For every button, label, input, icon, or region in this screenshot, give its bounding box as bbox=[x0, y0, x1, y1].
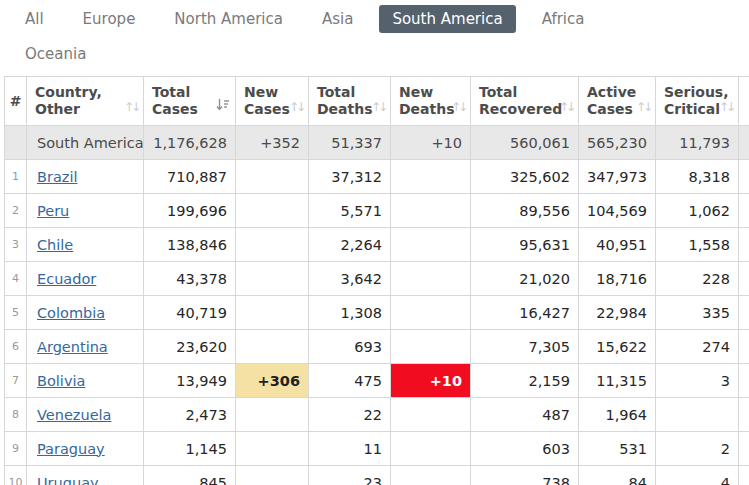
cell-country: Uruguay bbox=[27, 466, 144, 485]
cell-overflow-spacer bbox=[739, 364, 749, 398]
cell-total-recovered: 738 bbox=[471, 466, 579, 485]
cell-total-deaths: 37,312 bbox=[309, 160, 391, 194]
tab-asia[interactable]: Asia bbox=[309, 5, 366, 33]
cell-active-cases: 104,569 bbox=[579, 194, 656, 228]
country-link[interactable]: Uruguay bbox=[37, 475, 99, 485]
cell-new-deaths bbox=[391, 194, 471, 228]
cell-total-cases: 710,887 bbox=[144, 160, 236, 194]
country-link[interactable]: Chile bbox=[37, 237, 73, 253]
cell-new-cases bbox=[236, 262, 309, 296]
header-total-cases[interactable]: Total Cases bbox=[144, 77, 236, 126]
header-serious-critical[interactable]: Serious, Critical ↑↓ bbox=[656, 77, 739, 126]
sort-both-icon: ↑↓ bbox=[719, 99, 733, 116]
cell-serious-critical: 228 bbox=[656, 262, 739, 296]
cell-new-cases bbox=[236, 160, 309, 194]
tab-south-america[interactable]: South America bbox=[379, 5, 515, 33]
cell-new-cases bbox=[236, 296, 309, 330]
cell-country: South America bbox=[27, 126, 144, 160]
cell-active-cases: 11,315 bbox=[579, 364, 656, 398]
table-row: 4 Ecuador 43,378 3,642 21,020 18,716 228 bbox=[5, 262, 749, 296]
country-link[interactable]: Bolivia bbox=[37, 373, 85, 389]
cell-new-deaths bbox=[391, 262, 471, 296]
cell-overflow-spacer bbox=[739, 228, 749, 262]
table-row: 1 Brazil 710,887 37,312 325,602 347,973 … bbox=[5, 160, 749, 194]
country-link[interactable]: Ecuador bbox=[37, 271, 96, 287]
cell-serious-critical: 3 bbox=[656, 364, 739, 398]
cell-active-cases: 40,951 bbox=[579, 228, 656, 262]
cell-total-cases: 13,949 bbox=[144, 364, 236, 398]
cell-rank: 10 bbox=[5, 466, 27, 485]
cell-new-deaths bbox=[391, 466, 471, 485]
cell-new-deaths bbox=[391, 228, 471, 262]
cell-total-cases: 1,176,628 bbox=[144, 126, 236, 160]
cell-overflow-spacer bbox=[739, 160, 749, 194]
header-overflow-spacer bbox=[739, 77, 749, 126]
cell-rank bbox=[5, 126, 27, 160]
countries-table-wrapper: # Country, Other ↑↓ Total Cases bbox=[4, 76, 749, 485]
tab-europe[interactable]: Europe bbox=[70, 5, 149, 33]
cell-rank: 7 bbox=[5, 364, 27, 398]
country-link[interactable]: Colombia bbox=[37, 305, 105, 321]
cell-overflow-spacer bbox=[739, 126, 749, 160]
cell-total-deaths: 2,264 bbox=[309, 228, 391, 262]
cell-active-cases: 22,984 bbox=[579, 296, 656, 330]
tab-oceania[interactable]: Oceania bbox=[12, 40, 99, 68]
cell-total-deaths: 11 bbox=[309, 432, 391, 466]
cell-serious-critical bbox=[656, 398, 739, 432]
header-new-cases[interactable]: New Cases ↑↓ bbox=[236, 77, 309, 126]
sort-both-icon: ↑↓ bbox=[371, 99, 385, 116]
cell-total-deaths: 51,337 bbox=[309, 126, 391, 160]
cell-total-recovered: 2,159 bbox=[471, 364, 579, 398]
cell-total-deaths: 22 bbox=[309, 398, 391, 432]
cell-overflow-spacer bbox=[739, 398, 749, 432]
cell-active-cases: 15,622 bbox=[579, 330, 656, 364]
cell-serious-critical: 1,558 bbox=[656, 228, 739, 262]
tab-africa[interactable]: Africa bbox=[529, 5, 598, 33]
sort-both-icon: ↑↓ bbox=[289, 99, 303, 116]
country-link[interactable]: Argentina bbox=[37, 339, 108, 355]
cell-new-cases bbox=[236, 466, 309, 485]
header-country-other[interactable]: Country, Other ↑↓ bbox=[27, 77, 144, 126]
cell-country: Chile bbox=[27, 228, 144, 262]
cell-total-cases: 43,378 bbox=[144, 262, 236, 296]
country-link[interactable]: Brazil bbox=[37, 169, 77, 185]
cell-active-cases: 565,230 bbox=[579, 126, 656, 160]
tab-north-america[interactable]: North America bbox=[161, 5, 296, 33]
header-total-deaths[interactable]: Total Deaths ↑↓ bbox=[309, 77, 391, 126]
country-link[interactable]: Paraguay bbox=[37, 441, 105, 457]
cell-total-recovered: 603 bbox=[471, 432, 579, 466]
table-row: 9 Paraguay 1,145 11 603 531 2 bbox=[5, 432, 749, 466]
header-active-cases[interactable]: Active Cases ↑↓ bbox=[579, 77, 656, 126]
cell-rank: 5 bbox=[5, 296, 27, 330]
table-row: 10 Uruguay 845 23 738 84 4 bbox=[5, 466, 749, 485]
countries-table: # Country, Other ↑↓ Total Cases bbox=[4, 76, 749, 485]
sort-both-icon: ↑↓ bbox=[124, 99, 138, 116]
cell-rank: 2 bbox=[5, 194, 27, 228]
tab-all[interactable]: All bbox=[12, 5, 57, 33]
cell-total-recovered: 560,061 bbox=[471, 126, 579, 160]
cell-serious-critical: 274 bbox=[656, 330, 739, 364]
cell-overflow-spacer bbox=[739, 432, 749, 466]
cell-total-deaths: 693 bbox=[309, 330, 391, 364]
country-link[interactable]: Peru bbox=[37, 203, 69, 219]
cell-serious-critical: 4 bbox=[656, 466, 739, 485]
cell-new-cases bbox=[236, 398, 309, 432]
cell-total-recovered: 16,427 bbox=[471, 296, 579, 330]
cell-rank: 4 bbox=[5, 262, 27, 296]
cell-new-deaths bbox=[391, 160, 471, 194]
cell-serious-critical: 1,062 bbox=[656, 194, 739, 228]
sort-both-icon: ↑↓ bbox=[636, 99, 650, 116]
cell-rank: 9 bbox=[5, 432, 27, 466]
header-new-deaths[interactable]: New Deaths ↑↓ bbox=[391, 77, 471, 126]
cell-new-deaths: +10 bbox=[391, 364, 471, 398]
country-link[interactable]: Venezuela bbox=[37, 407, 111, 423]
cell-total-recovered: 21,020 bbox=[471, 262, 579, 296]
header-total-recovered[interactable]: Total Recovered ↑↓ bbox=[471, 77, 579, 126]
cell-serious-critical: 11,793 bbox=[656, 126, 739, 160]
sort-desc-icon bbox=[216, 98, 230, 115]
cell-total-deaths: 1,308 bbox=[309, 296, 391, 330]
cell-country: Paraguay bbox=[27, 432, 144, 466]
cell-total-cases: 23,620 bbox=[144, 330, 236, 364]
cell-total-cases: 845 bbox=[144, 466, 236, 485]
cell-total-deaths: 23 bbox=[309, 466, 391, 485]
